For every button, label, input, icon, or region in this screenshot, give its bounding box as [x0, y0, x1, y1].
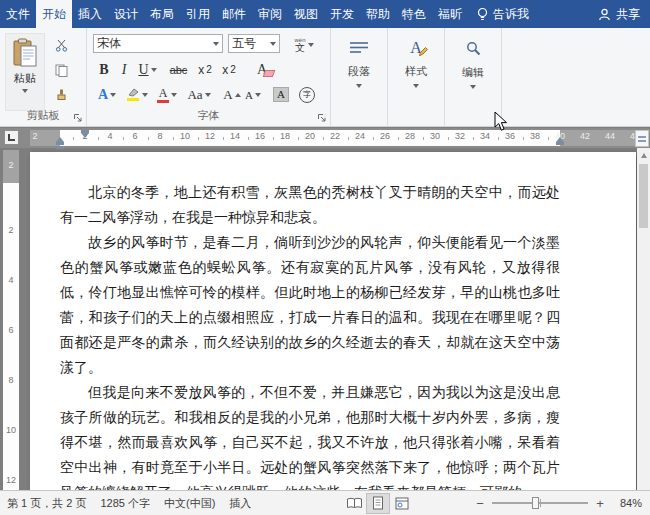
highlight-color-bar	[127, 98, 139, 101]
paragraph-2[interactable]: 故乡的风筝时节，是春二月，倘听到沙沙的风轮声，仰头便能看见一个淡墨色的蟹风筝或嫩…	[60, 230, 560, 380]
tab-帮助[interactable]: 帮助	[360, 0, 396, 28]
chevron-down-icon	[470, 85, 476, 89]
format-painter-button[interactable]	[48, 85, 74, 106]
tab-stop-icon	[8, 134, 15, 141]
tab-视图[interactable]: 视图	[288, 0, 324, 28]
vertical-ruler[interactable]: 224681012	[3, 150, 19, 490]
page-indicator[interactable]: 第 1 页，共 2 页	[0, 496, 93, 511]
paragraph-1[interactable]: 北京的冬季，地上还有积雪，灰黑色的秃树枝丫叉于晴朗的天空中，而远处有一二风筝浮动…	[60, 180, 560, 230]
tab-开发[interactable]: 开发	[324, 0, 360, 28]
font-color-bar	[157, 100, 169, 103]
text-effects-button[interactable]: A	[93, 83, 121, 106]
tab-开始[interactable]: 开始	[36, 0, 72, 28]
zoom-out-button[interactable]: −	[474, 496, 486, 511]
word-count[interactable]: 1285 个字	[93, 496, 157, 511]
font-color-glyph: A	[159, 87, 168, 99]
marker-shape	[56, 146, 64, 149]
horizontal-ruler[interactable]: 2246810121416182022242628303234363840424…	[0, 128, 650, 148]
superscript-base: x	[222, 63, 228, 77]
ruler-number: 38	[530, 132, 540, 141]
font-size-select[interactable]: 五号	[228, 34, 280, 53]
tab-布局[interactable]: 布局	[144, 0, 180, 28]
ruler-tick	[248, 137, 249, 140]
enclose-character-button[interactable]: 字	[295, 83, 319, 106]
paragraph-group-label: 段落	[348, 64, 370, 79]
left-indent-marker[interactable]	[56, 137, 64, 149]
character-shading-button[interactable]: A	[269, 83, 293, 106]
ruler-tick	[323, 137, 324, 140]
scroll-up-button[interactable]	[637, 148, 650, 162]
ruler-number: 8	[3, 376, 19, 385]
subscript-num: 2	[206, 64, 212, 75]
first-line-indent-marker[interactable]	[81, 130, 89, 138]
ruler-toggle-button[interactable]	[635, 130, 649, 147]
document-page[interactable]: 北京的冬季，地上还有积雪，灰黑色的秃树枝丫叉于晴朗的天空中，而远处有一二风筝浮动…	[30, 152, 636, 490]
change-case-button[interactable]: Aa	[183, 83, 215, 106]
superscript-button[interactable]: x2	[217, 58, 241, 81]
read-mode-button[interactable]	[342, 493, 366, 514]
tab-邮件[interactable]: 邮件	[216, 0, 252, 28]
zoom-in-button[interactable]: +	[594, 496, 606, 511]
person-icon	[598, 8, 611, 21]
styles-menu-button[interactable]: A 样式	[388, 28, 444, 112]
tab-设计[interactable]: 设计	[108, 0, 144, 28]
grow-font-button[interactable]: A	[221, 83, 243, 106]
font-family-value: 宋体	[97, 35, 121, 52]
tab-文件[interactable]: 文件	[0, 0, 36, 28]
zoom-level[interactable]: 84%	[612, 497, 642, 509]
ruler-number: 30	[430, 132, 440, 141]
language-indicator[interactable]: 中文(中国)	[157, 496, 222, 511]
tab-审阅[interactable]: 审阅	[252, 0, 288, 28]
paragraph-3[interactable]: 但我是向来不爱放风筝的，不但不爱，并且嫌恶它，因为我以为这是没出息孩子所做的玩艺…	[60, 380, 560, 490]
phonetic-guide-icon: wén 文	[294, 37, 305, 53]
tab-引用[interactable]: 引用	[180, 0, 216, 28]
ruler-tick	[373, 137, 374, 140]
insert-mode-indicator[interactable]: 插入	[222, 496, 258, 511]
ruler-tick	[273, 137, 274, 140]
phonetic-char: 文	[295, 43, 305, 53]
print-layout-button[interactable]	[366, 493, 390, 514]
phonetic-guide-button[interactable]: wén 文	[285, 33, 323, 56]
chevron-down-icon	[356, 84, 362, 88]
cut-button[interactable]	[48, 35, 74, 56]
zoom-slider[interactable]	[492, 502, 588, 504]
tab-福昕[interactable]: 福昕	[432, 0, 468, 28]
paste-button[interactable]: 粘贴	[5, 33, 45, 111]
clipboard-icon	[12, 38, 38, 68]
vertical-scrollbar[interactable]	[637, 148, 650, 490]
font-dialog-launcher[interactable]	[316, 112, 327, 123]
font-color-button[interactable]: A	[153, 83, 181, 106]
italic-button[interactable]: I	[115, 58, 133, 81]
ruler-number: 4	[107, 132, 112, 141]
ruler-number: 18	[280, 132, 290, 141]
tab-特色[interactable]: 特色	[396, 0, 432, 28]
highlight-button[interactable]	[121, 83, 153, 106]
tell-me-button[interactable]: 告诉我	[468, 0, 537, 28]
document-text[interactable]: 北京的冬季，地上还有积雪，灰黑色的秃树枝丫叉于晴朗的天空中，而远处有一二风筝浮动…	[60, 180, 560, 490]
copy-button[interactable]	[48, 60, 74, 81]
zoom-slider-thumb[interactable]	[532, 497, 539, 509]
clipboard-dialog-launcher[interactable]	[72, 112, 83, 123]
paragraph-menu-button[interactable]: 段落	[331, 28, 387, 112]
font-family-select[interactable]: 宋体	[93, 34, 223, 53]
underline-button[interactable]: U	[133, 58, 162, 81]
chevron-down-icon	[142, 93, 148, 97]
shrink-font-button[interactable]: A	[243, 83, 263, 106]
ruler-tick	[298, 137, 299, 140]
ruler-number: 4	[3, 276, 19, 285]
ruler-number: 36	[505, 132, 515, 141]
font-group: 宋体 五号 wén 文 B I U abc x2 x2	[87, 28, 331, 126]
strikethrough-button[interactable]: abc	[164, 58, 193, 81]
subscript-button[interactable]: x2	[193, 58, 217, 81]
styles-group-label: 样式	[405, 64, 427, 79]
share-button[interactable]: 共享	[588, 0, 650, 28]
web-layout-button[interactable]	[390, 493, 414, 514]
right-indent-marker[interactable]	[556, 137, 564, 145]
ribbon: 粘贴 剪贴	[0, 28, 650, 127]
clear-formatting-button[interactable]: A	[247, 58, 277, 81]
editing-menu-button[interactable]: 编辑	[445, 28, 501, 112]
scrollbar-thumb[interactable]	[639, 164, 648, 228]
tab-selector-button[interactable]	[4, 130, 19, 145]
tab-插入[interactable]: 插入	[72, 0, 108, 28]
bold-button[interactable]: B	[93, 58, 115, 81]
